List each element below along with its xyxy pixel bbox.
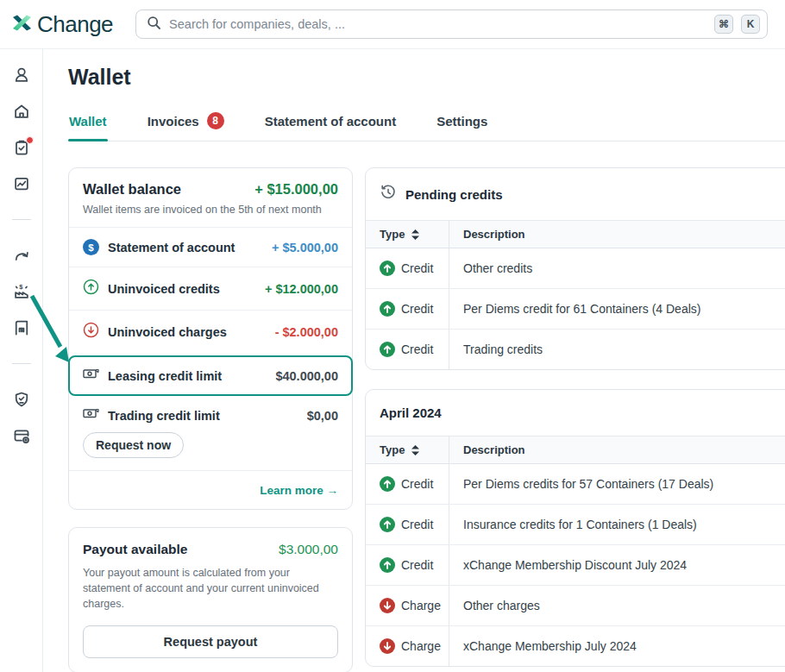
top-header: Change ⌘ K <box>0 0 785 49</box>
cmd-key-badge: ⌘ <box>714 15 733 34</box>
table-row: Charge Other charges <box>366 585 785 625</box>
type-column-header: Type <box>380 228 405 241</box>
pending-credits-card: Pending credits Type Description <box>365 167 785 370</box>
credit-up-icon <box>380 557 395 573</box>
table-row: Credit Per Diems credit for 61 Container… <box>366 288 785 329</box>
tab-wallet[interactable]: Wallet <box>68 112 108 141</box>
leasing-icon[interactable]: $ <box>13 283 30 300</box>
redo-arrow-icon[interactable] <box>13 247 30 264</box>
request-now-button[interactable]: Request now <box>83 432 184 458</box>
uninvoiced-credits-row: Uninvoiced credits + $12.000,00 <box>69 267 352 310</box>
type-column-header: Type <box>380 443 405 456</box>
xchange-x-icon <box>10 11 34 38</box>
credit-up-icon <box>380 342 395 357</box>
global-search[interactable]: ⌘ K <box>135 9 768 39</box>
credit-up-icon <box>380 517 395 532</box>
learn-more-row: Learn more → <box>69 470 352 509</box>
sort-icon[interactable] <box>411 445 419 455</box>
tasks-icon[interactable] <box>13 139 30 156</box>
money-exchange-icon <box>83 407 99 424</box>
left-sidebar: $ <box>0 49 43 672</box>
table-row: Credit xChange Membership Discount July … <box>366 544 785 585</box>
arrow-right-icon: → <box>327 484 339 497</box>
charge-down-icon <box>380 638 395 654</box>
payout-description: Your payout amount is calculated from yo… <box>83 565 333 612</box>
table-row: Credit Trading credits <box>366 329 785 369</box>
money-exchange-icon <box>83 367 99 384</box>
credit-up-icon <box>380 476 395 492</box>
wallet-balance-amount: + $15.000,00 <box>254 181 338 198</box>
wallet-balance-card: Wallet balance + $15.000,00 Wallet items… <box>68 167 353 510</box>
credit-up-icon <box>380 301 395 317</box>
wallet-tabs: Wallet Invoices 8 Statement of account S… <box>68 112 785 141</box>
arrow-down-circle-icon <box>83 322 99 342</box>
credit-up-icon <box>380 261 395 276</box>
sidebar-divider <box>12 363 31 364</box>
wallet-balance-title: Wallet balance <box>83 181 181 198</box>
trading-credit-limit-row: Trading credit limit $0,00 <box>69 396 352 432</box>
search-icon <box>147 16 161 34</box>
profile-icon[interactable] <box>13 66 30 84</box>
dollar-circle-icon: $ <box>83 239 99 255</box>
april-2024-title: April 2024 <box>380 405 442 420</box>
logo-text: Change <box>37 11 113 38</box>
insights-icon[interactable] <box>13 175 30 192</box>
charge-down-icon <box>380 598 395 613</box>
sort-icon[interactable] <box>411 229 419 240</box>
table-row: Credit Per Diems credits for 57 Containe… <box>366 464 785 504</box>
uninvoiced-charges-row: Uninvoiced charges - $2.000,00 <box>69 310 352 353</box>
table-row: Credit Other credits <box>366 248 785 288</box>
payout-title: Payout available <box>83 542 187 557</box>
april-2024-card: April 2024 Type Description <box>365 389 785 667</box>
pending-credits-title: Pending credits <box>405 187 503 202</box>
insurance-icon[interactable] <box>13 391 30 408</box>
table-header: Type Description <box>366 220 785 248</box>
payout-amount: $3.000,00 <box>279 542 338 557</box>
notification-dot <box>26 136 34 144</box>
request-payout-button[interactable]: Request payout <box>83 625 338 658</box>
page-title: Wallet <box>68 65 785 90</box>
payout-card: Payout available $3.000,00 Your payout a… <box>68 527 353 672</box>
learn-more-link[interactable]: Learn more → <box>260 484 338 497</box>
arrow-up-circle-icon <box>83 279 99 298</box>
sidebar-divider <box>12 219 31 220</box>
table-header: Type Description <box>366 436 785 464</box>
tab-statement-of-account[interactable]: Statement of account <box>264 112 398 141</box>
description-column-header: Description <box>463 228 525 241</box>
home-icon[interactable] <box>13 103 30 120</box>
wallet-settings-icon[interactable] <box>13 427 30 444</box>
table-row: Credit Insurance credits for 1 Container… <box>366 504 785 544</box>
table-row: Charge xChange Membership July 2024 <box>366 625 785 666</box>
k-key-badge: K <box>741 15 760 34</box>
svg-text:$: $ <box>19 283 23 291</box>
xchange-logo[interactable]: Change <box>10 11 113 38</box>
tab-settings[interactable]: Settings <box>436 112 488 141</box>
description-column-header: Description <box>463 443 525 456</box>
statement-of-account-row: $ Statement of account + $5.000,00 <box>69 227 352 267</box>
tab-invoices[interactable]: Invoices 8 <box>147 112 225 141</box>
leasing-credit-limit-row: Leasing credit limit $40.000,00 <box>68 355 353 396</box>
search-input[interactable] <box>169 17 706 31</box>
invoices-icon[interactable] <box>13 319 30 336</box>
history-icon <box>380 184 397 204</box>
invoices-count-badge: 8 <box>207 112 224 129</box>
wallet-balance-subtitle: Wallet items are invoiced on the 5th of … <box>83 204 338 216</box>
